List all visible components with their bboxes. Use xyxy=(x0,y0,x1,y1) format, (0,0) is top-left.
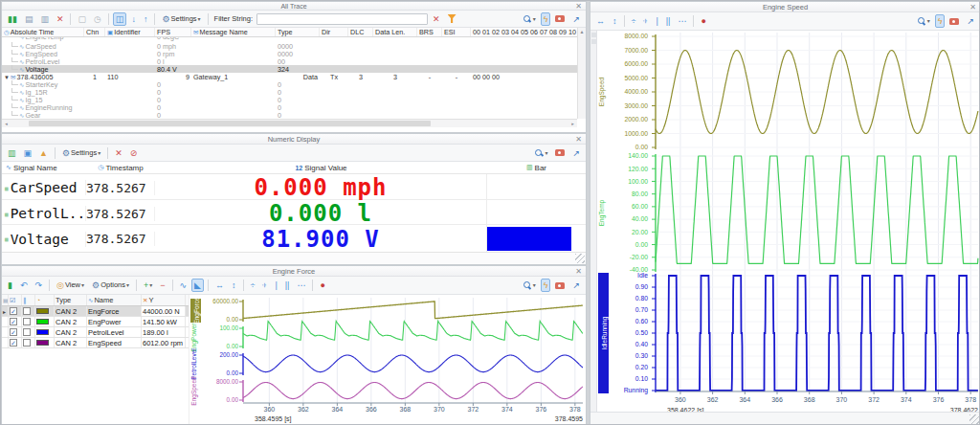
options-button[interactable]: ⚙Options▾ xyxy=(89,279,132,292)
signal-wave-icon: ∿ xyxy=(19,66,24,73)
snapshot-button[interactable] xyxy=(947,16,962,27)
measure-button[interactable]: ▮ xyxy=(5,279,15,292)
visible-checkbox[interactable]: ✓ xyxy=(10,318,17,325)
remove-signal-button[interactable]: − xyxy=(157,279,167,292)
center-v-button[interactable]: ÷ xyxy=(640,14,651,28)
pause-button[interactable]: ▮▮ xyxy=(5,12,20,26)
doc-copy-button[interactable]: ▤ xyxy=(22,12,36,26)
center-h-button[interactable]: ÷ xyxy=(629,14,639,28)
can-stat-button[interactable]: ▥ xyxy=(5,146,19,160)
trace-row[interactable]: ∿Gear00 xyxy=(2,111,586,119)
resize-grip[interactable] xyxy=(969,414,979,424)
marker-button[interactable]: ● xyxy=(698,14,708,28)
live-update-button[interactable]: ϟ xyxy=(541,12,551,26)
close-icon[interactable]: ✕ xyxy=(575,2,582,11)
scroll-right-arrow-icon[interactable]: ▸ xyxy=(568,120,577,127)
engine-speed-plot[interactable]: 8000.007000.006000.005000.004000.003000.… xyxy=(590,31,980,414)
live-update-button[interactable]: ϟ xyxy=(541,279,551,292)
settings-button[interactable]: ⚙Settings▾ xyxy=(159,12,203,26)
signal-icon: ∿ xyxy=(88,297,93,304)
clear-button[interactable]: ✕ xyxy=(54,12,67,26)
export-button[interactable]: ↗ xyxy=(569,12,583,26)
line-mode-button[interactable]: ∿ xyxy=(177,279,190,292)
fit-height-button[interactable]: ↕ xyxy=(229,279,239,292)
fit-height-button[interactable]: ↕ xyxy=(610,14,620,28)
speed-left-scroll-strip[interactable] xyxy=(590,31,597,412)
engine-force-panel: Engine Force ✕ ▮↶↷◎View▾⚙Options▾+▾−∿◣↔↕… xyxy=(1,265,587,425)
secondary-checkbox[interactable] xyxy=(23,328,31,336)
fit-width-button[interactable]: ↔ xyxy=(212,279,227,292)
visible-checkbox[interactable]: ✓ xyxy=(10,307,17,315)
snapshot-button[interactable] xyxy=(552,147,568,158)
scroll-up-button[interactable]: ↑ xyxy=(141,12,151,26)
speed-bottom-strip xyxy=(590,412,980,425)
redo-button[interactable]: ↷ xyxy=(33,279,46,292)
numeric-row[interactable]: ▥Voltage378.526781.900 V xyxy=(2,225,586,254)
secondary-checkbox[interactable] xyxy=(23,339,31,347)
engine-force-plot[interactable]: 60000.000.00EngForce100.000.00EngPower20… xyxy=(189,295,587,425)
center-v-button[interactable]: ÷ xyxy=(259,279,270,292)
close-icon[interactable]: ✕ xyxy=(575,134,582,145)
numeric-row[interactable]: ▥PetrolL...378.52670.000 l xyxy=(2,200,586,225)
time-mode-button[interactable]: ◷ xyxy=(91,12,104,26)
legend-row[interactable]: ▸✓CAN 2EngForce44000.00 N xyxy=(2,306,189,317)
filter-funnel-button[interactable] xyxy=(445,12,459,25)
search-button[interactable]: ▾ xyxy=(531,146,550,160)
add-signal-button[interactable]: +▾ xyxy=(141,279,155,292)
scroll-thumb[interactable] xyxy=(29,121,431,126)
close-icon[interactable]: ✕ xyxy=(575,266,582,277)
stacked-mode-button[interactable]: ◣ xyxy=(191,279,204,292)
settings-button[interactable]: ⚙Settings▾ xyxy=(59,146,103,160)
secondary-checkbox[interactable] xyxy=(23,307,31,315)
delete-button[interactable]: ✕ xyxy=(112,146,125,160)
cursor-button[interactable]: | xyxy=(653,14,660,28)
signal-wave-icon: ∿ xyxy=(19,104,24,111)
search-button[interactable]: ▾ xyxy=(520,279,539,292)
bar-view-button[interactable]: ▣ xyxy=(21,146,35,160)
export-button[interactable]: ↗ xyxy=(964,14,977,28)
snapshot-button[interactable] xyxy=(552,13,568,24)
scroll-down-button[interactable]: ↓ xyxy=(128,12,139,26)
more-button[interactable]: ⋯ xyxy=(675,14,689,28)
export-button[interactable]: ↗ xyxy=(569,279,583,292)
visible-checkbox[interactable]: ✓ xyxy=(10,328,17,336)
search-button[interactable]: ▾ xyxy=(520,12,539,26)
trace-vertical-scrollbar[interactable]: ▲ xyxy=(577,28,586,119)
export-button[interactable]: ↗ xyxy=(569,146,583,160)
more-button[interactable]: ⋯ xyxy=(294,279,308,292)
dual-cursor-button[interactable]: || xyxy=(282,279,293,292)
signal-name: ▥PetrolL... xyxy=(2,206,86,221)
value-bar xyxy=(487,227,571,251)
fit-width-button[interactable]: ↔ xyxy=(593,14,608,28)
center-h-button[interactable]: ÷ xyxy=(248,279,258,292)
legend-row[interactable]: ✓CAN 2EngPower141.50 kW xyxy=(2,317,189,327)
legend-row[interactable]: ✓CAN 2PetrolLevel189.00 l xyxy=(2,327,189,338)
scatter-view-button[interactable]: ▲ xyxy=(36,146,51,160)
trace-horizontal-scrollbar[interactable]: ◂ ▸ xyxy=(2,119,577,127)
fixed-window-button[interactable]: ▢ xyxy=(75,12,89,26)
identifier-icon: ▣ xyxy=(107,29,113,36)
filter-clear-button[interactable]: ✕ xyxy=(430,12,443,26)
stop-button[interactable]: ⊘ xyxy=(127,146,141,160)
can-icon: ▥ xyxy=(5,211,9,217)
filter-input[interactable] xyxy=(256,13,428,25)
scroll-up-arrow-icon[interactable]: ▲ xyxy=(578,28,586,36)
cursor-button[interactable]: | xyxy=(272,279,279,292)
doc-new-button[interactable]: ▥ xyxy=(37,12,52,26)
visible-checkbox[interactable]: ✓ xyxy=(10,339,17,347)
snapshot-button[interactable] xyxy=(552,280,568,291)
legend-row[interactable]: ✓CAN 2EngSpeed6012.00 rpm xyxy=(2,338,189,348)
trace-col-dlc: DLC xyxy=(348,28,373,36)
numeric-row[interactable]: ▥CarSpeed378.52670.000 mph xyxy=(2,174,586,200)
close-icon[interactable]: ✕ xyxy=(969,2,976,12)
live-update-button[interactable]: ϟ xyxy=(935,14,946,28)
search-button[interactable]: ▾ xyxy=(914,14,933,28)
marker-button[interactable]: ● xyxy=(317,279,327,292)
view-button[interactable]: ◎View▾ xyxy=(54,279,87,292)
dual-cursor-button[interactable]: || xyxy=(663,14,674,28)
link-window-button[interactable]: ◫ xyxy=(113,12,127,26)
undo-button[interactable]: ↶ xyxy=(17,279,31,292)
secondary-checkbox[interactable] xyxy=(23,318,31,325)
scroll-left-arrow-icon[interactable]: ◂ xyxy=(2,120,11,127)
resize-grip[interactable] xyxy=(575,254,585,263)
